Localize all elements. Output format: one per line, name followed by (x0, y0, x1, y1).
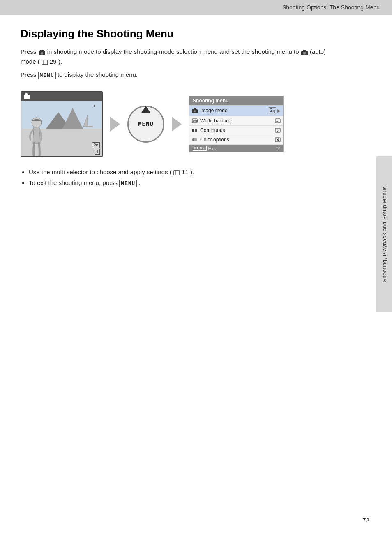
page-number: 73 (362, 517, 369, 524)
diagram-area: ✦ 2m 4 MENU (21, 91, 341, 157)
main-content: Displaying the Shooting Menu Press in sh… (0, 15, 362, 200)
menu-word-2: MENU (119, 180, 137, 187)
bullet-item-2: To exit the shooting menu, press MENU . (29, 178, 341, 188)
header-bar: Shooting Options: The Shooting Menu (0, 0, 392, 15)
sm-title-bar: Shooting menu (189, 96, 283, 105)
para1-press: Press (21, 48, 36, 55)
sailboat-icon (81, 114, 94, 129)
viewfinder-top-bar (21, 92, 102, 101)
bullet-list: Use the multi selector to choose and app… (29, 167, 341, 188)
sm-value-image-mode: 2M ▶ (269, 107, 281, 114)
sm-value-white-balance: A (275, 118, 281, 123)
sm-row-white-balance: AWB White balance A (189, 116, 283, 126)
viewfinder-camera-small-icon (24, 95, 30, 99)
arrow-right-2 (172, 117, 182, 132)
sm-label-continuous: Continuous (200, 127, 272, 133)
vf-top-indicator: ✦ (93, 103, 100, 110)
svg-rect-11 (86, 126, 93, 127)
svg-text:A: A (276, 120, 278, 123)
vf-indicator-2: 4 (95, 149, 100, 155)
paragraph-2: Press MENU to display the shooting menu. (21, 70, 341, 80)
sm-label-white-balance: White balance (200, 118, 272, 124)
svg-text:AWB: AWB (193, 120, 198, 123)
side-tab-text: Shooting, Playback and Setup Menus (381, 186, 387, 282)
sm-row-color-options: Color options (189, 135, 283, 145)
svg-point-27 (194, 138, 197, 141)
bullet2-end: . (139, 179, 141, 186)
para2-part2: to display the shooting menu. (58, 71, 138, 78)
sm-value-color-options (275, 137, 281, 142)
bullet1-end: ). (190, 168, 194, 175)
menu-word-1: MENU (38, 72, 56, 79)
page-title: Displaying the Shooting Menu (21, 28, 341, 40)
viewfinder-indicators: 2m 4 (92, 142, 100, 155)
side-tab: Shooting, Playback and Setup Menus (376, 156, 392, 312)
para1-part4: ). (58, 58, 62, 65)
svg-rect-22 (192, 129, 194, 132)
sm-footer-label: Exit (208, 146, 216, 151)
viewfinder-scene: ✦ 2m 4 (21, 101, 102, 156)
sm-row-image-mode: Image mode 2M ▶ (189, 106, 283, 116)
header-title: Shooting Options: The Shooting Menu (282, 4, 380, 11)
camera-icon-1 (38, 49, 46, 55)
bullet1-pageref: 11 (182, 168, 189, 175)
vf-indicator-1: 2m (92, 142, 100, 148)
menu-button-label: MENU (138, 121, 154, 127)
svg-rect-8 (42, 60, 48, 65)
menu-button-arrow (141, 106, 151, 113)
svg-marker-10 (83, 115, 88, 127)
sm-footer-help: ? (277, 146, 280, 151)
bullet-item-1: Use the multi selector to choose and app… (29, 167, 341, 178)
sm-icon-continuous (192, 128, 198, 133)
sm-row-continuous: Continuous S (189, 126, 283, 135)
arrow-right-1 (110, 117, 120, 132)
bullet2-part1: To exit the shooting menu, press (29, 179, 118, 186)
svg-rect-31 (174, 171, 180, 175)
svg-point-17 (194, 111, 196, 112)
shooting-menu-panel: Shooting menu Image mode 2M ▶ (189, 96, 284, 153)
svg-rect-15 (194, 108, 196, 110)
bullet1-text: Use the multi selector to choose and app… (29, 168, 172, 175)
sm-icon-camera (192, 108, 198, 113)
sm-value-continuous: S (275, 128, 281, 133)
svg-rect-23 (195, 129, 197, 132)
svg-text:S: S (277, 129, 279, 132)
svg-rect-1 (40, 50, 44, 51)
person-figure (25, 115, 48, 156)
sm-footer: MENU Exit ? (189, 145, 283, 152)
sm-icon-color (192, 137, 198, 142)
para1-pageref: 29 (50, 58, 57, 65)
para1-part2: in shooting mode to display the shooting… (47, 48, 299, 55)
sm-footer-menu-word: MENU (193, 146, 207, 151)
para2-press: Press (21, 71, 36, 78)
mountain2-shape (62, 108, 83, 129)
svg-text:✦: ✦ (93, 103, 96, 108)
sm-label-image-mode: Image mode (200, 108, 266, 113)
viewfinder-illustration: ✦ 2m 4 (21, 91, 103, 157)
svg-point-7 (304, 52, 305, 54)
sm-title: Shooting menu (193, 98, 228, 104)
book-icon-2 (173, 170, 180, 175)
camera-icon-2 (301, 49, 308, 55)
svg-rect-5 (303, 50, 306, 51)
book-icon-1 (42, 60, 48, 65)
svg-point-3 (41, 52, 43, 54)
sm-label-color-options: Color options (200, 137, 272, 143)
sm-icon-wb: AWB (192, 118, 198, 123)
menu-button: MENU (127, 106, 164, 143)
sm-rows: Image mode 2M ▶ AWB White balance (189, 105, 283, 145)
paragraph-1: Press in shooting mode to display the sh… (21, 47, 341, 67)
